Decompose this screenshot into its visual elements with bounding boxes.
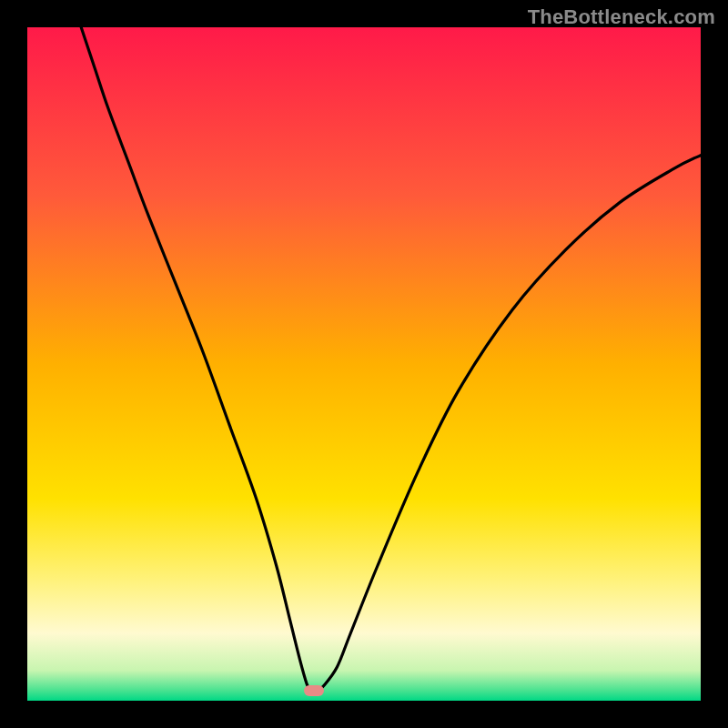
optimal-point-marker [304,685,324,696]
bottleneck-curve [27,27,701,701]
chart-frame: TheBottleneck.com [0,0,728,728]
plot-area [27,27,701,701]
watermark-label: TheBottleneck.com [528,5,715,29]
